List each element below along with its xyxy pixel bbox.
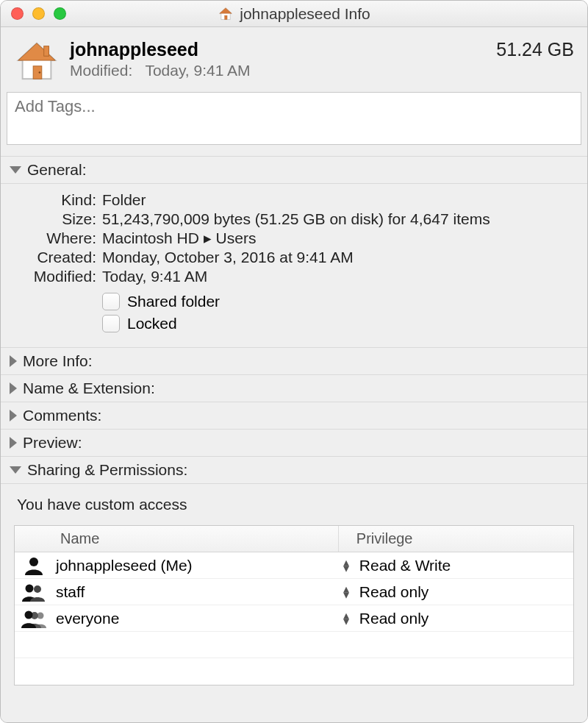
col-name: Name (15, 526, 339, 552)
svg-point-9 (26, 584, 34, 592)
section-more-info[interactable]: More Info: (1, 348, 587, 375)
created-value: Monday, October 3, 2016 at 9:41 AM (102, 249, 574, 266)
svg-marker-1 (220, 7, 232, 13)
kind-value: Folder (102, 191, 574, 209)
svg-point-13 (25, 610, 33, 619)
section-sharing[interactable]: Sharing & Permissions: (1, 457, 587, 484)
where-value: Macintosh HD ▸ Users (102, 229, 574, 247)
window-controls (11, 7, 66, 20)
locked-checkbox[interactable] (102, 315, 120, 332)
perm-name: everyone (53, 610, 339, 627)
item-modified: Modified: Today, 9:41 AM (70, 62, 496, 79)
privilege-select[interactable]: ▴▾Read & Write (339, 557, 573, 574)
folder-home-icon (14, 39, 60, 85)
disclosure-triangle-icon (10, 466, 21, 474)
privilege-value: Read only (359, 583, 429, 601)
table-row-empty (15, 632, 573, 658)
svg-marker-0 (220, 7, 232, 19)
modified-value: Today, 9:41 AM (145, 62, 250, 79)
header: johnappleseed Modified: Today, 9:41 AM 5… (1, 27, 587, 92)
size-label: Size: (14, 210, 96, 228)
modified-value: Today, 9:41 AM (102, 268, 574, 285)
section-name-extension[interactable]: Name & Extension: (1, 375, 587, 402)
sharing-body: You have custom access Name Privilege jo… (1, 484, 587, 722)
table-row-empty (15, 658, 573, 685)
svg-point-7 (39, 71, 41, 74)
access-note: You have custom access (17, 496, 574, 513)
info-window: johnappleseed Info johnappleseed Modifie… (0, 0, 588, 723)
user-icon (15, 556, 53, 575)
svg-rect-2 (225, 15, 227, 20)
disclosure-triangle-icon (10, 166, 21, 174)
stepper-icon: ▴▾ (343, 613, 349, 624)
table-row[interactable]: staff▴▾Read only (15, 579, 573, 605)
permissions-table: Name Privilege johnappleseed (Me)▴▾Read … (14, 525, 574, 685)
shared-folder-checkbox[interactable] (102, 293, 120, 310)
section-sharing-label: Sharing & Permissions: (27, 461, 187, 479)
minimize-button[interactable] (32, 7, 45, 20)
modified-label: Modified: (70, 62, 132, 79)
disclosure-triangle-icon (10, 437, 17, 449)
titlebar: johnappleseed Info (1, 1, 587, 27)
zoom-button[interactable] (54, 7, 66, 20)
privilege-value: Read only (359, 610, 429, 627)
col-privilege: Privilege (339, 526, 573, 552)
where-label: Where: (14, 229, 96, 247)
privilege-select[interactable]: ▴▾Read only (339, 610, 573, 627)
item-size: 51.24 GB (496, 39, 574, 60)
table-header: Name Privilege (15, 526, 573, 552)
stepper-icon: ▴▾ (343, 586, 349, 598)
close-button[interactable] (11, 7, 24, 20)
section-preview[interactable]: Preview: (1, 430, 587, 457)
perm-name: johnappleseed (Me) (53, 557, 339, 574)
section-comments[interactable]: Comments: (1, 402, 587, 430)
disclosure-triangle-icon (10, 382, 17, 394)
svg-point-10 (34, 585, 41, 593)
svg-marker-4 (18, 43, 55, 60)
tags-input[interactable] (7, 92, 581, 145)
user-icon (15, 609, 53, 628)
svg-rect-5 (44, 46, 49, 57)
size-value: 51,243,790,009 bytes (51.25 GB on disk) … (102, 210, 574, 228)
disclosure-triangle-icon (10, 355, 17, 367)
stepper-icon: ▴▾ (343, 560, 349, 571)
home-folder-icon (218, 6, 234, 22)
section-name-ext-label: Name & Extension: (23, 380, 155, 397)
section-preview-label: Preview: (23, 434, 82, 452)
perm-name: staff (53, 583, 339, 601)
kind-label: Kind: (14, 191, 96, 209)
created-label: Created: (14, 249, 96, 266)
table-row[interactable]: everyone▴▾Read only (15, 605, 573, 632)
disclosure-triangle-icon (10, 410, 17, 421)
section-more-info-label: More Info: (23, 352, 93, 370)
item-name: johnappleseed (70, 39, 496, 60)
svg-point-8 (29, 558, 38, 566)
table-row[interactable]: johnappleseed (Me)▴▾Read & Write (15, 552, 573, 579)
section-comments-label: Comments: (23, 407, 101, 424)
section-general-label: General: (27, 161, 87, 179)
general-body: Kind:Folder Size:51,243,790,009 bytes (5… (1, 184, 587, 348)
window-title: johnappleseed Info (240, 5, 370, 23)
tags-area (1, 92, 587, 156)
privilege-value: Read & Write (359, 557, 451, 574)
privilege-select[interactable]: ▴▾Read only (339, 583, 573, 601)
shared-folder-label: Shared folder (127, 293, 220, 310)
locked-label: Locked (127, 315, 177, 332)
section-general[interactable]: General: (1, 156, 587, 184)
collapsed-sections: More Info: Name & Extension: Comments: P… (1, 348, 587, 457)
modified-label: Modified: (14, 268, 96, 285)
user-icon (15, 583, 53, 602)
